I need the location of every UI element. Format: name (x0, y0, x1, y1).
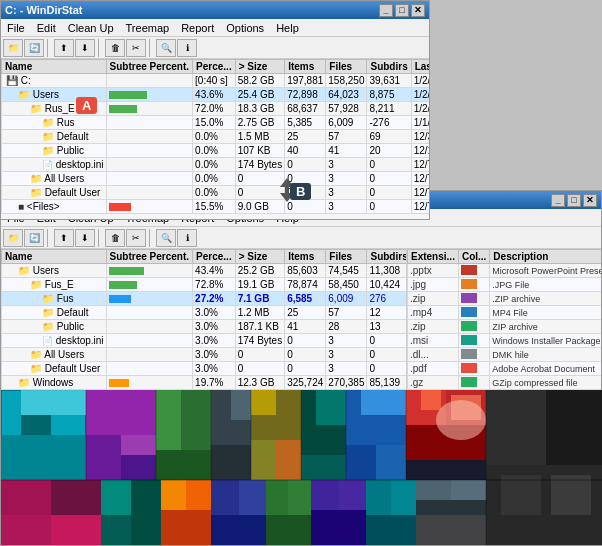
bottom-close-button[interactable]: ✕ (583, 194, 597, 207)
ext-col-desc[interactable]: Description (490, 250, 601, 264)
svg-rect-57 (311, 510, 366, 545)
ext-row[interactable]: .pptx Microsoft PowerPoint Prese... (408, 264, 602, 278)
svg-rect-65 (416, 500, 486, 515)
col-files[interactable]: Files (326, 60, 367, 74)
menu-help[interactable]: Help (270, 21, 305, 35)
treemap-svg (1, 390, 602, 545)
svg-rect-20 (251, 390, 276, 415)
table-row[interactable]: 📁 Users 43.4% 25.2 GB 85,603 74,545 11,3… (2, 264, 407, 278)
col-subdirs[interactable]: Subdirs (367, 60, 411, 74)
menu-cleanup[interactable]: Clean Up (62, 21, 120, 35)
toolbar-btn-info[interactable]: ℹ (177, 39, 197, 57)
maximize-button[interactable]: □ (395, 4, 409, 17)
table-row[interactable]: 📁 Default 3.0% 1.2 MB 25 57 12 12/7/2020… (2, 306, 407, 320)
svg-rect-59 (366, 480, 391, 515)
table-row[interactable]: 📁 Public 3.0% 187.1 KB 41 28 13 12/18/20… (2, 320, 407, 334)
top-window-title: C: - WinDirStat (5, 4, 83, 16)
table-row[interactable]: 📁 Windows 19.7% 12.3 GB 325,724 270,385 … (2, 376, 407, 390)
svg-rect-39 (51, 515, 101, 545)
table-row[interactable]: 📁 Default User 3.0% 0 0 3 0 12/7/2019 5:… (2, 362, 407, 376)
table-row[interactable]: 📁 All Users 0.0% 0 0 3 0 12/7/2019 9:33:… (2, 172, 430, 186)
bottom-toolbar-btn-3[interactable]: ⬆ (54, 229, 74, 247)
menu-report[interactable]: Report (175, 21, 220, 35)
col-subtree[interactable]: Subtree Percent. (106, 60, 192, 74)
bottom-col-pct[interactable]: Perce... (193, 250, 236, 264)
table-row[interactable]: 📁 Default 0.0% 1.5 MB 25 57 69 12/30/202… (2, 130, 430, 144)
svg-rect-52 (266, 480, 288, 515)
toolbar-btn-5[interactable]: 🗑 (105, 39, 125, 57)
toolbar-btn-3[interactable]: ⬆ (54, 39, 74, 57)
top-menubar: File Edit Clean Up Treemap Report Option… (1, 19, 429, 37)
bottom-col-subdirs[interactable]: Subdirs (367, 250, 406, 264)
col-size[interactable]: > Size (235, 60, 284, 74)
ext-row[interactable]: .gz GZip compressed file (408, 376, 602, 390)
menu-file[interactable]: File (1, 21, 31, 35)
svg-rect-26 (376, 445, 406, 480)
table-row[interactable]: 📁 Fus_E 72.8% 19.1 GB 78,874 58,450 10,4… (2, 278, 407, 292)
svg-rect-3 (1, 435, 86, 480)
ext-row[interactable]: .jpg .JPG File (408, 278, 602, 292)
col-last[interactable]: Last Change (411, 60, 429, 74)
bottom-toolbar-btn-5[interactable]: 🗑 (105, 229, 125, 247)
ext-row[interactable]: .msi Windows Installer Package (408, 334, 602, 348)
ext-col-ext[interactable]: Extensi... (408, 250, 459, 264)
menu-options[interactable]: Options (220, 21, 270, 35)
ext-row[interactable]: .zip ZIP archive (408, 320, 602, 334)
bottom-content-area: Name Subtree Percent. Perce... > Size It… (1, 249, 601, 399)
col-pct[interactable]: Perce... (193, 60, 236, 74)
bottom-col-size[interactable]: > Size (235, 250, 284, 264)
minimize-button[interactable]: _ (379, 4, 393, 17)
svg-rect-71 (501, 475, 541, 515)
bottom-minimize-button[interactable]: _ (551, 194, 565, 207)
bottom-maximize-button[interactable]: □ (567, 194, 581, 207)
toolbar-btn-1[interactable]: 📁 (3, 39, 23, 57)
svg-rect-25 (346, 445, 376, 480)
bottom-toolbar-btn-4[interactable]: ⬇ (75, 229, 95, 247)
svg-rect-60 (391, 480, 416, 515)
table-row[interactable]: 📄 desktop.ini 0.0% 174 Bytes 0 3 0 12/7/… (2, 158, 430, 172)
bottom-col-files[interactable]: Files (326, 250, 367, 264)
label-a: A (76, 97, 97, 114)
table-row[interactable]: 📁 All Users 3.0% 0 0 3 0 12/7/2019 5:30:… (2, 348, 407, 362)
close-button[interactable]: ✕ (411, 4, 425, 17)
ext-row[interactable]: .dl... DMK hile (408, 348, 602, 362)
svg-rect-10 (121, 455, 156, 480)
svg-rect-37 (51, 480, 101, 515)
table-row[interactable]: 📁 Windows 11.0% 6.0 GB 50,584 25,671 - 1… (2, 214, 430, 215)
bottom-toolbar-btn-info[interactable]: ℹ (177, 229, 197, 247)
table-row[interactable]: 📁 Rus 15.0% 2.75 GB 5,385 6,009 -276 1/1… (2, 116, 430, 130)
bottom-toolbar-btn-2[interactable]: 🔄 (24, 229, 44, 247)
ext-row[interactable]: .zip .ZIP archive (408, 292, 602, 306)
toolbar-btn-6[interactable]: ✂ (126, 39, 146, 57)
table-row[interactable]: 📁 Users 43.6% 25.4 GB 72,898 64,023 8,87… (2, 88, 430, 102)
bottom-toolbar-btn-6[interactable]: ✂ (126, 229, 146, 247)
treemap-area[interactable] (1, 390, 602, 545)
toolbar-btn-4[interactable]: ⬇ (75, 39, 95, 57)
table-row[interactable]: 📁 Fus 27.2% 7.1 GB 6,585 6,009 276 1/1/2… (2, 292, 407, 306)
col-items[interactable]: Items (285, 60, 326, 74)
bottom-col-items[interactable]: Items (285, 250, 326, 264)
ext-col-color[interactable]: Col... (458, 250, 489, 264)
menu-treemap[interactable]: Treemap (120, 21, 176, 35)
svg-rect-38 (1, 515, 51, 545)
ext-row[interactable]: .pdf Adobe Acrobat Document (408, 362, 602, 376)
top-window-controls: _ □ ✕ (379, 4, 425, 17)
table-row[interactable]: 💾 C: [0:40 s] 58.2 GB 197,881 158,250 39… (2, 74, 430, 88)
svg-rect-72 (551, 475, 591, 515)
table-row[interactable]: 📄 desktop.ini 3.0% 174 Bytes 0 3 0 12/7/… (2, 334, 407, 348)
table-row[interactable]: ■ <Files> 15.5% 9.0 GB 0 3 0 12/7/2019 4… (2, 200, 430, 214)
bottom-col-subtree[interactable]: Subtree Percent. (106, 250, 192, 264)
bottom-toolbar-btn-zoom[interactable]: 🔍 (156, 229, 176, 247)
table-row[interactable]: 📁 Public 0.0% 107 KB 40 41 20 12/13/2020… (2, 144, 430, 158)
bottom-col-name[interactable]: Name (2, 250, 107, 264)
toolbar-btn-2[interactable]: 🔄 (24, 39, 44, 57)
svg-rect-27 (361, 390, 406, 415)
table-row[interactable]: 📁 Default User 0.0% 0 0 3 0 12/7/2019 9:… (2, 186, 430, 200)
ext-row[interactable]: .mp4 MP4 File (408, 306, 602, 320)
col-name[interactable]: Name (2, 60, 107, 74)
toolbar-btn-zoom[interactable]: 🔍 (156, 39, 176, 57)
table-row[interactable]: 📁 Rus_E 72.0% 18.3 GB 68,637 57,928 8,21… (2, 102, 430, 116)
menu-edit[interactable]: Edit (31, 21, 62, 35)
bottom-toolbar-btn-1[interactable]: 📁 (3, 229, 23, 247)
svg-rect-53 (288, 480, 311, 515)
